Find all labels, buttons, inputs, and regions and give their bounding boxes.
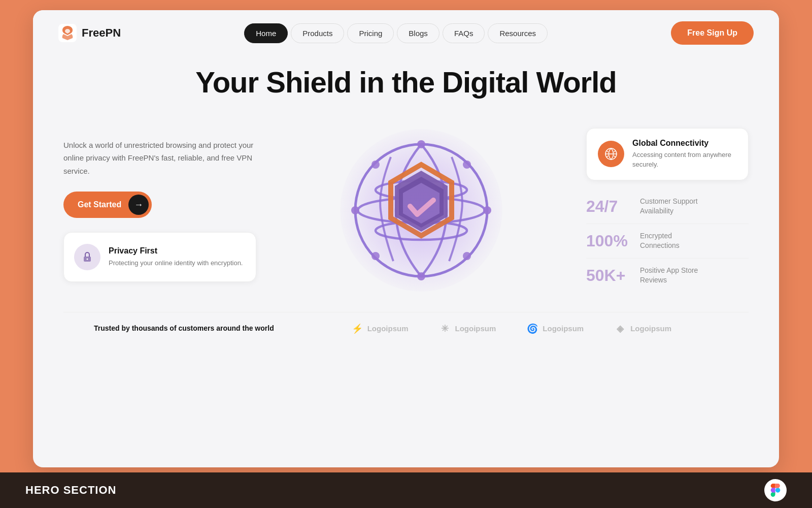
stat-247-label: Customer SupportAvailability <box>640 197 698 216</box>
stat-100-label: EncryptedConnections <box>640 231 680 251</box>
logo-3-name: Logoipsum <box>543 324 584 333</box>
lock-icon <box>74 244 100 270</box>
logo-item-2: ✳ Logoipsum <box>439 323 496 335</box>
figma-badge <box>764 479 787 501</box>
hero-description: Unlock a world of unrestricted browsing … <box>63 139 256 178</box>
arrow-icon: → <box>128 195 149 215</box>
main-container: FreePN Home Products Pricing Blogs FAQs … <box>33 10 779 467</box>
privacy-description: Protecting your online identity with enc… <box>109 258 243 268</box>
navbar: FreePN Home Products Pricing Blogs FAQs … <box>33 10 779 56</box>
stat-50k-label: Positive App StoreReviews <box>640 266 698 285</box>
stat-row-100: 100% EncryptedConnections <box>586 224 749 259</box>
svg-point-14 <box>371 252 380 260</box>
svg-marker-17 <box>395 171 448 232</box>
logo-3-icon: 🌀 <box>526 323 538 335</box>
global-card-text: Global Connectivity Accessing content fr… <box>632 139 737 170</box>
brand-name: FreePN <box>82 26 121 40</box>
svg-point-4 <box>355 144 487 276</box>
hero-title: Your Shield in the Digital World <box>63 66 749 99</box>
get-started-button[interactable]: Get Started → <box>63 192 152 218</box>
svg-marker-16 <box>391 165 452 236</box>
right-column: Global Connectivity Accessing content fr… <box>586 128 749 293</box>
privacy-card: Privacy First Protecting your online ide… <box>63 232 256 282</box>
nav-home[interactable]: Home <box>244 23 288 43</box>
nav-blogs[interactable]: Blogs <box>397 23 439 43</box>
svg-point-11 <box>483 206 491 214</box>
logo[interactable]: FreePN <box>58 24 121 42</box>
nav-resources[interactable]: Resources <box>488 23 548 43</box>
svg-point-5 <box>376 181 467 199</box>
bottom-bar: HERO SECTION <box>0 472 812 508</box>
logo-2-name: Logoipsum <box>455 324 496 333</box>
logo-icon <box>58 24 77 42</box>
global-connectivity-card: Global Connectivity Accessing content fr… <box>586 128 749 180</box>
privacy-title: Privacy First <box>109 246 243 256</box>
get-started-label: Get Started <box>78 200 121 209</box>
svg-point-2 <box>87 259 88 260</box>
trusted-section: Trusted by thousands of customers around… <box>63 312 749 345</box>
logo-2-icon: ✳ <box>439 323 451 335</box>
nav-pricing[interactable]: Pricing <box>347 23 394 43</box>
svg-point-6 <box>358 198 485 223</box>
logo-item-1: ⚡ Logoipsum <box>351 323 409 335</box>
shield-glow <box>325 114 518 307</box>
logo-item-3: 🌀 Logoipsum <box>526 323 584 335</box>
logo-4-name: Logoipsum <box>630 324 671 333</box>
svg-marker-19 <box>403 183 439 224</box>
svg-point-7 <box>376 221 467 240</box>
logo-1-name: Logoipsum <box>367 324 409 333</box>
stats-grid: 24/7 Customer SupportAvailability 100% E… <box>586 189 749 293</box>
global-description: Accessing content from anywhere securely… <box>632 150 737 170</box>
svg-point-12 <box>371 161 380 169</box>
nav-faqs[interactable]: FAQs <box>443 23 485 43</box>
global-title: Global Connectivity <box>632 139 737 148</box>
stat-247-number: 24/7 <box>586 197 632 216</box>
svg-marker-18 <box>399 177 444 228</box>
nav-products[interactable]: Products <box>291 23 344 43</box>
logo-strip: ⚡ Logoipsum ✳ Logoipsum 🌀 Logoipsum ◈ Lo… <box>304 323 718 335</box>
hero-section: Your Shield in the Digital World Unlock … <box>33 56 779 360</box>
privacy-text: Privacy First Protecting your online ide… <box>109 246 243 268</box>
free-signup-button[interactable]: Free Sign Up <box>671 21 754 45</box>
hero-content: Unlock a world of unrestricted browsing … <box>63 114 749 307</box>
svg-point-10 <box>351 206 359 214</box>
stat-row-247: 24/7 Customer SupportAvailability <box>586 189 749 224</box>
nav-links: Home Products Pricing Blogs FAQs Resourc… <box>244 23 548 43</box>
stat-100-number: 100% <box>586 232 632 250</box>
logo-item-4: ◈ Logoipsum <box>614 323 671 335</box>
svg-point-15 <box>463 252 471 260</box>
global-icon <box>598 141 624 167</box>
trusted-text: Trusted by thousands of customers around… <box>94 324 274 334</box>
svg-point-9 <box>417 272 425 280</box>
center-illustration <box>272 114 571 307</box>
svg-point-3 <box>340 129 502 292</box>
stat-50k-number: 50K+ <box>586 266 632 285</box>
bottom-label: HERO SECTION <box>25 484 116 497</box>
left-column: Unlock a world of unrestricted browsing … <box>63 139 256 282</box>
stat-row-50k: 50K+ Positive App StoreReviews <box>586 259 749 293</box>
svg-point-8 <box>417 140 425 148</box>
svg-point-13 <box>463 161 471 169</box>
logo-4-icon: ◈ <box>614 323 626 335</box>
shield-svg <box>335 124 507 297</box>
logo-1-icon: ⚡ <box>351 323 363 335</box>
